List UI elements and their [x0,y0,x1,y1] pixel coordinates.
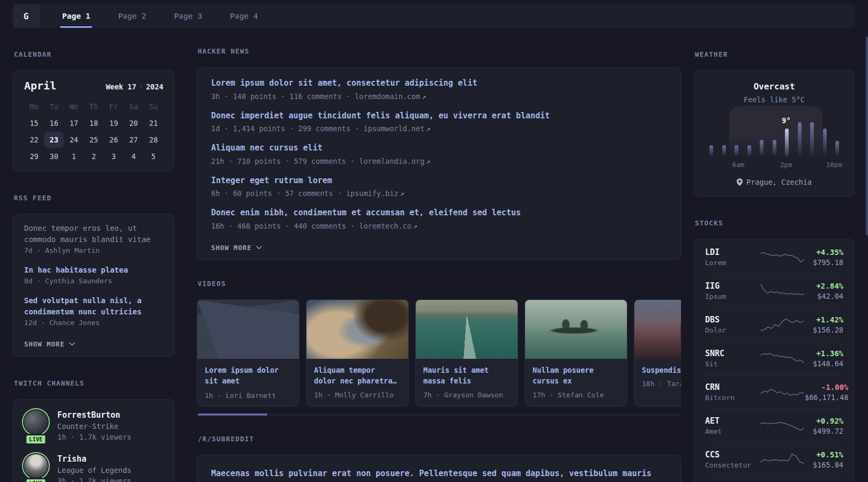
calendar-day[interactable]: 20 [124,115,144,131]
stock-row[interactable]: AET Amet +0.92% $499.72 [705,409,843,442]
calendar-day[interactable]: 4 [124,148,144,164]
stock-values: +4.35% $795.18 [805,248,843,267]
video-card[interactable]: Suspendisse diam 18h · Tara [634,299,681,407]
stock-row[interactable]: CCS Consectetur +0.51% $165.84 [705,442,843,476]
video-card[interactable]: Mauris sit amet massa felis 7h · Grayson… [415,299,518,407]
stock-values: +1.42% $156.28 [805,315,843,334]
calendar-day[interactable]: 26 [104,132,124,148]
calendar-day[interactable]: 29 [24,148,44,164]
stock-values: -1.00% $66,171.48 [805,383,848,402]
video-card-body: Mauris sit amet massa felis 7h · Grayson… [416,359,518,406]
calendar-day[interactable]: 21 [144,115,163,131]
twitch-channel-row[interactable]: LIVE ForrestBurton Counter-Strike 1h · 1… [23,409,164,441]
stock-change: +0.92% [805,417,843,425]
tab-page-4[interactable]: Page 4 [216,4,272,28]
hn-item-title[interactable]: Donec imperdiet augue tincidunt felis al… [211,111,667,122]
hn-show-more-button[interactable]: SHOW MORE [211,244,262,252]
video-card-body: Suspendisse diam 18h · Tara [634,359,681,395]
carousel-scrollbar-thumb[interactable] [198,413,267,416]
video-card[interactable]: Nullam posuere cursus ex 17h · Stefan Co… [525,299,627,407]
weather-feels-like: Feels like 5°C [706,95,842,104]
calendar-grid: Mo Tu We Th Fr Sa Su 15 16 17 18 19 20 2… [24,99,163,164]
stocks-section-title: STOCKS [695,219,854,227]
stock-row[interactable]: AHS +0.46% [705,476,843,482]
tab-page-1[interactable]: Page 1 [48,4,104,28]
page-scrollbar-thumb[interactable] [866,36,868,236]
twitch-section-title: TWITCH CHANNELS [14,379,174,387]
hn-item-title[interactable]: Donec enim nibh, condimentum et accumsan… [211,208,667,219]
stock-sparkline [760,349,805,367]
rss-item-title[interactable]: In hac habitasse platea [24,265,163,276]
rss-item-title[interactable]: Donec tempor eros leo, ut commodo mauris… [24,223,163,245]
video-card[interactable]: Aliquam tempor dolor nec pharetra… 1h · … [306,299,409,407]
video-thumbnail [634,300,681,359]
weather-chart-labels: 6am2pm10pm [708,161,840,169]
rss-item: In hac habitasse platea 8d · Cynthia Sau… [24,265,163,287]
calendar-day[interactable]: 1 [64,148,84,164]
tab-page-2[interactable]: Page 2 [104,4,160,28]
external-link-icon: ↗ [422,92,426,101]
calendar-day[interactable]: 22 [24,132,44,148]
video-thumbnail [306,300,408,359]
rss-show-more-button[interactable]: SHOW MORE [24,340,75,348]
stock-values: +0.51% $165.84 [805,450,843,469]
calendar-day[interactable]: 25 [84,132,103,148]
hn-item: Integer eget rutrum lorem 6h · 60 points… [211,176,667,198]
rss-widget: Donec tempor eros leo, ut commodo mauris… [13,214,175,357]
app-logo[interactable]: G [13,4,40,28]
videos-carousel: Lorem ipsum dolor sit amet consectetu… 1… [197,299,681,407]
calendar-day[interactable]: 3 [104,148,124,164]
hn-item-meta: 21h · 710 points · 579 comments · loreml… [211,157,667,165]
hn-item: Donec enim nibh, condimentum et accumsan… [211,208,667,230]
stock-symbol: CCS [705,450,757,460]
calendar-day[interactable]: 15 [24,115,44,131]
stock-row[interactable]: CRN Bitcorn -1.00% $66,171.48 [705,375,843,409]
calendar-day[interactable]: 5 [144,148,163,164]
twitch-channel-game: Counter-Strike [57,422,131,431]
top-navigation: G Page 1 Page 2 Page 3 Page 4 [13,4,855,28]
calendar-widget: April Week 17·2024 Mo Tu We Th Fr Sa Su … [13,70,175,171]
stock-price: $499.72 [805,427,843,435]
calendar-weekday: Su [144,99,163,115]
stock-id: CRN Bitcorn [705,382,757,402]
hn-item-title[interactable]: Lorem ipsum dolor sit amet, consectetur … [211,78,667,89]
calendar-day[interactable]: 27 [124,132,144,148]
calendar-day[interactable]: 30 [44,148,64,164]
video-thumbnail [416,300,518,359]
stock-symbol: CRN [705,382,757,392]
twitch-channel-meta: 3h · 1.2k viewers [57,477,131,482]
stock-symbol: DBS [705,315,757,325]
subreddit-post-title[interactable]: Maecenas mollis pulvinar erat non posuer… [211,467,667,482]
hn-section-title: HACKER NEWS [198,47,680,55]
stock-row[interactable]: DBS Dolor +1.42% $156.28 [705,307,843,341]
tab-page-3[interactable]: Page 3 [160,4,216,28]
calendar-day[interactable]: 28 [144,132,163,148]
rss-section-title: RSS FEED [14,194,174,202]
calendar-day[interactable]: 24 [64,132,84,148]
stock-row[interactable]: IIG Ipsum +2.84% $42.04 [705,274,843,307]
hn-item-title[interactable]: Aliquam nec cursus elit [211,143,667,154]
carousel-scrollbar-track[interactable] [197,413,681,416]
stock-name: Consectetur [705,461,757,469]
calendar-day[interactable]: 19 [104,115,124,131]
subreddit-post: Maecenas mollis pulvinar erat non posuer… [211,467,667,482]
dashboard: CALENDAR April Week 17·2024 Mo Tu We Th … [0,28,868,482]
twitch-channel-row[interactable]: LIVE Trisha League of Legends 3h · 1.2k … [23,453,164,482]
video-card[interactable]: Lorem ipsum dolor sit amet consectetu… 1… [197,299,300,407]
hn-item-title[interactable]: Integer eget rutrum lorem [211,176,667,186]
hn-item: Lorem ipsum dolor sit amet, consectetur … [211,78,667,101]
stock-row[interactable]: LDI Lorem +4.35% $795.18 [705,240,843,274]
calendar-day[interactable]: 16 [44,115,64,131]
calendar-day[interactable]: 18 [84,115,103,131]
calendar-day[interactable]: 2 [84,148,103,164]
weather-current-temp: 9° [782,116,791,125]
rss-item-title[interactable]: Sed volutpat nulla nisl, a condimentum n… [24,295,163,318]
video-meta: 17h · Stefan Cole [533,391,619,399]
calendar-day[interactable]: 17 [64,115,84,131]
stock-row[interactable]: SNRC Sit +1.36% $148.64 [705,341,843,375]
video-meta: 18h · Tara [642,380,681,388]
stock-id: IIG Ipsum [705,281,757,300]
twitch-channel-meta: 1h · 1.7k viewers [57,433,131,441]
video-meta: 1h · Molly Carrillo [314,391,401,399]
calendar-day[interactable]: 23 [44,132,64,148]
